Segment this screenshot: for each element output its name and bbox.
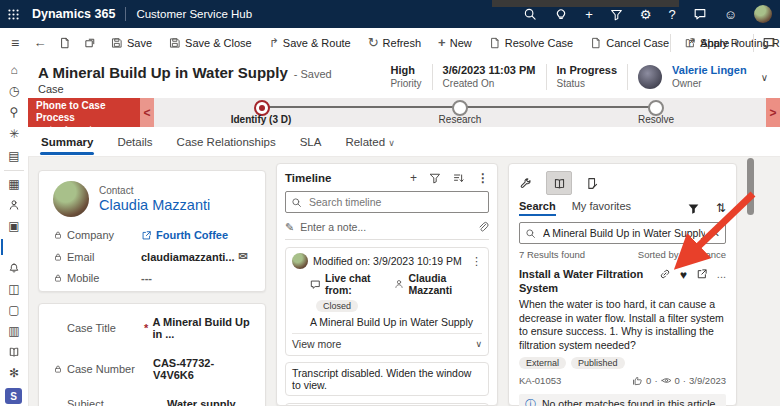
feedback-chat-icon[interactable] (693, 7, 707, 21)
share-chevron-icon: ∨ (733, 38, 740, 48)
owner-field[interactable]: Valerie LingenOwner (672, 64, 747, 90)
bpf-right-chevron[interactable]: > (766, 98, 780, 127)
save-button[interactable]: Save (106, 34, 157, 52)
settings-gear-icon[interactable]: ⚙ (640, 7, 652, 22)
paperclip-icon[interactable] (477, 221, 489, 233)
productivity-wrench-icon[interactable] (519, 177, 532, 190)
person-icon (394, 279, 404, 289)
record-set-icon[interactable] (56, 37, 74, 49)
kb-result-title-link[interactable]: Install a Water Filtration System (519, 267, 647, 295)
kb-sort-icon[interactable]: ⇅ (716, 201, 726, 215)
cancel-case-button[interactable]: Cancel Case (585, 34, 674, 52)
smart-assist-icon[interactable] (586, 177, 599, 190)
kb-filter-icon[interactable] (687, 202, 700, 215)
link-article-icon[interactable] (659, 268, 671, 280)
timeline-add-icon[interactable]: + (410, 171, 417, 185)
sidebar-item-knowledge-search[interactable] (0, 343, 28, 361)
tab-summary[interactable]: Summary (40, 130, 94, 154)
timeline-search-input[interactable] (307, 195, 483, 209)
sorted-by[interactable]: Sorted by Relevance (638, 249, 726, 260)
timeline-search-box[interactable] (285, 191, 489, 213)
entry-avatar (292, 253, 308, 269)
sidebar-item-knowledge-articles[interactable]: ▢ (0, 301, 28, 319)
email-value[interactable]: claudiamazzanti... (141, 251, 235, 263)
sidebar-item-dashboards[interactable]: ▤ (0, 147, 28, 165)
filter-icon[interactable] (610, 8, 623, 21)
stage-research-label[interactable]: Research (439, 114, 482, 125)
resolve-case-button[interactable]: Resolve Case (484, 34, 578, 52)
app-name[interactable]: Customer Service Hub (136, 8, 252, 20)
contact-name-link[interactable]: Claudia Mazzanti (99, 197, 210, 213)
knowledge-book-tool-selected[interactable] (546, 171, 572, 195)
view-more-row[interactable]: View more ∨ (292, 333, 482, 350)
sidebar-item-connections[interactable]: ✻ (0, 364, 28, 382)
sidebar-item-recent[interactable]: ◷ (0, 82, 28, 100)
tab-case-relationships[interactable]: Case Relationships (176, 130, 277, 154)
sidebar-item-accounts[interactable]: ▦ (0, 175, 28, 193)
tab-related[interactable]: Related ∨ (344, 130, 395, 154)
open-article-icon[interactable] (696, 268, 708, 280)
contacts-person-icon (8, 199, 20, 211)
stage-identify-label[interactable]: Identify (3 D) (231, 114, 292, 125)
favorite-heart-icon[interactable]: ♥ (680, 268, 687, 282)
sidebar-item-activities[interactable] (0, 259, 28, 277)
company-value-link[interactable]: Fourth Coffee (156, 229, 228, 241)
accounts-icon: ▦ (8, 177, 19, 191)
kb-search-box[interactable]: ✕ (519, 222, 726, 244)
stage-resolve-label[interactable]: Resolve (638, 114, 674, 125)
form-tabs: Summary Details Case Relationships SLA R… (28, 127, 780, 157)
lightbulb-icon[interactable] (554, 7, 568, 21)
result-more-icon[interactable]: ... (717, 268, 726, 280)
user-avatar[interactable] (754, 5, 772, 23)
bpf-left-chevron[interactable]: < (140, 98, 154, 127)
subject-value[interactable]: Water supply (167, 398, 236, 406)
back-arrow-icon[interactable]: ← (31, 35, 49, 50)
app-switcher-tile[interactable]: S (5, 388, 22, 404)
brand-logo[interactable]: Dynamics 365 (32, 7, 115, 21)
sidebar-item-email-templates[interactable]: ▥ (0, 322, 28, 340)
popout-icon[interactable] (81, 37, 99, 49)
timeline-entry-livechat[interactable]: Modified on: 3/9/2023 10:19 PM ⋮ Live ch… (285, 247, 489, 356)
tab-sla[interactable]: SLA (299, 130, 323, 154)
help-icon[interactable]: ? (668, 7, 675, 22)
send-email-icon[interactable]: ✉ (239, 250, 248, 263)
sidebar-item-pinned[interactable]: ⚲ (0, 103, 28, 121)
smiley-icon[interactable]: ☺ (724, 7, 737, 22)
kb-tab-search[interactable]: Search (519, 200, 556, 216)
sidebar-item-queues[interactable]: ◫ (0, 280, 28, 298)
refresh-button[interactable]: ↻Refresh (363, 32, 426, 53)
header-divider-3 (627, 64, 628, 90)
new-button[interactable]: +New (433, 32, 477, 53)
case-title-value[interactable]: A Mineral Build Up in ... (152, 316, 255, 340)
bpf-process-box[interactable]: Phone to Case Process Active for 3 days (28, 98, 140, 127)
quick-create-icon[interactable]: + (585, 7, 593, 22)
sidebar-item-contacts[interactable] (0, 196, 28, 214)
search-icon[interactable] (523, 7, 537, 21)
entry-more-icon[interactable]: ⋮ (471, 255, 482, 268)
case-number-value[interactable]: CAS-47732-V4V6K6 (153, 357, 255, 381)
save-and-close-button[interactable]: Save & Close (164, 34, 257, 52)
tab-details[interactable]: Details (116, 130, 153, 154)
sidebar-item-social-profiles[interactable]: ▣ (0, 217, 28, 235)
share-button[interactable]: Share∨ (679, 34, 745, 52)
sidebar-item-agent-scripts[interactable]: ✳ (0, 125, 28, 143)
timeline-filter-icon[interactable] (429, 172, 441, 184)
sidebar-item-home[interactable]: ⌂ (0, 61, 28, 79)
site-map-hamburger-icon[interactable]: ≡ (6, 35, 24, 51)
timeline-more-icon[interactable]: ⋮ (477, 171, 489, 185)
kb-result-1[interactable]: Install a Water Filtration System ♥ ... (519, 267, 726, 295)
vertical-scrollbar-thumb[interactable] (747, 158, 754, 215)
thumbs-up-icon[interactable] (632, 375, 643, 386)
kb-search-input[interactable] (541, 226, 707, 240)
save-and-route-button[interactable]: ↱Save & Route (264, 33, 356, 53)
teams-chat-icon[interactable] (762, 36, 776, 50)
mobile-value[interactable]: --- (141, 272, 152, 284)
enter-note-row[interactable]: ✎ Enter a note... (285, 215, 489, 240)
clear-search-icon[interactable]: ✕ (712, 228, 720, 239)
sidebar-item-cases-active[interactable] (0, 238, 28, 256)
kb-tab-favorites[interactable]: My favorites (572, 200, 631, 216)
header-chevron-icon[interactable]: ∨ (761, 72, 768, 83)
waffle-icon[interactable] (0, 8, 26, 21)
owner-avatar[interactable] (638, 65, 662, 89)
timeline-sort-icon[interactable] (453, 172, 465, 184)
